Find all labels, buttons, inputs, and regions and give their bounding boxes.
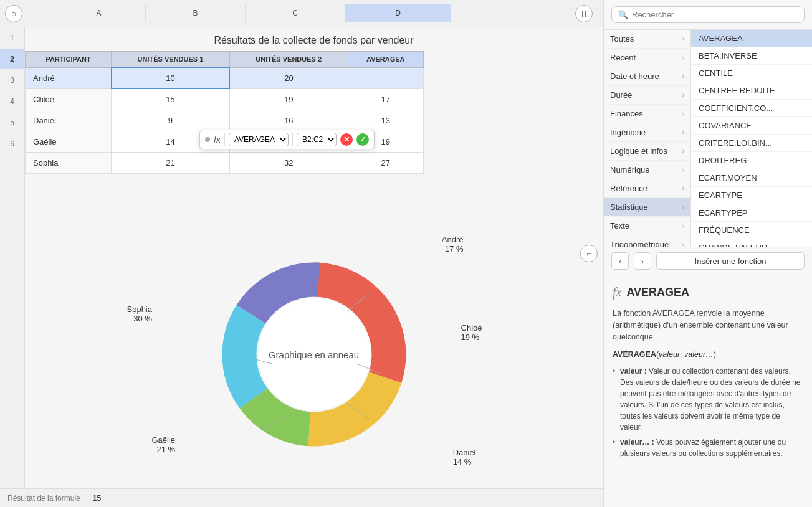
- formula-result-label: Résultat de la formule: [7, 494, 80, 503]
- fn-short-desc: La fonction AVERAGEA renvoie la moyenne …: [613, 308, 803, 343]
- category-ingenierie[interactable]: Ingénierie ›: [604, 123, 690, 142]
- search-bar: 🔍: [604, 0, 812, 30]
- fn-title-row: fx AVERAGEA: [613, 283, 803, 301]
- cell-v2-4[interactable]: 16: [229, 110, 348, 131]
- table-row[interactable]: Sophia 21 32 27: [26, 152, 424, 173]
- category-arrow-numerique: ›: [682, 166, 684, 173]
- cell-name-6[interactable]: Sophia: [26, 152, 112, 173]
- donut-chart: [202, 242, 426, 467]
- function-ecart-moyen[interactable]: ECART.MOYEN: [691, 169, 812, 187]
- function-droitereg[interactable]: DROITEREG: [691, 152, 812, 169]
- row-numbers: 1 2 3 4 5 6: [0, 27, 25, 507]
- function-grande-valeur[interactable]: GRANDE.VALEUR: [691, 239, 812, 247]
- cell-v2-3[interactable]: 19: [229, 88, 348, 110]
- formula-fx-icon: fx: [214, 135, 221, 145]
- category-statistique[interactable]: Statistique ›: [604, 198, 690, 217]
- category-arrow-date: ›: [682, 73, 684, 80]
- col-header-unites2: UNITÉS VENDUES 2: [229, 52, 348, 68]
- cell-name-2[interactable]: André: [26, 67, 112, 88]
- donut-hole: [258, 298, 370, 410]
- category-arrow-ingenierie: ›: [682, 129, 684, 136]
- formula-divider: [224, 133, 225, 146]
- function-critere-loi[interactable]: CRITERE.LOI.BIN...: [691, 135, 812, 152]
- function-centile[interactable]: CENTILE: [691, 65, 812, 82]
- row-num-3: 3: [0, 70, 24, 91]
- function-ecartypep[interactable]: ECARTYPEP: [691, 204, 812, 222]
- category-finances[interactable]: Finances ›: [604, 105, 690, 123]
- search-input[interactable]: [632, 10, 798, 19]
- cell-v1-6[interactable]: 21: [112, 152, 230, 173]
- row-num-2: 2: [0, 49, 24, 70]
- category-logique[interactable]: Logique et infos ›: [604, 142, 690, 161]
- formula-cancel-button[interactable]: ✕: [340, 133, 353, 146]
- category-arrow-statistique: ›: [682, 204, 684, 211]
- row-num-4: 4: [0, 91, 24, 112]
- table-row[interactable]: Daniel 9 16 13: [26, 110, 424, 131]
- category-texte[interactable]: Texte ›: [604, 217, 690, 235]
- category-numerique[interactable]: Numérique ›: [604, 161, 690, 179]
- status-bar: Résultat de la formule 15: [0, 488, 603, 507]
- side-btn-resize[interactable]: ⌐: [580, 245, 598, 262]
- col-header-unites1: UNITÉS VENDUES 1: [112, 52, 230, 68]
- search-input-wrapper: 🔍: [611, 6, 805, 23]
- cell-v1-3[interactable]: 15: [112, 88, 230, 110]
- table-row[interactable]: André 10 20: [26, 67, 424, 88]
- chart-label-gaelle: Gaëlle 21 %: [152, 435, 176, 454]
- cell-name-5[interactable]: Gaëlle: [26, 131, 112, 152]
- cell-avg-2[interactable]: [348, 67, 423, 88]
- data-table: PARTICIPANT UNITÉS VENDUES 1 UNITÉS VEND…: [25, 51, 424, 174]
- row-num-1: 1: [0, 27, 24, 49]
- cell-name-3[interactable]: Chloé: [26, 88, 112, 110]
- function-beta-inverse[interactable]: BETA.INVERSE: [691, 47, 812, 65]
- category-duree[interactable]: Durée ›: [604, 86, 690, 105]
- function-averagea[interactable]: AVERAGEA: [691, 30, 812, 47]
- sheet-title: Résultats de la collecte de fonds par ve…: [25, 27, 603, 51]
- toolbar-circle-icon[interactable]: ○: [5, 5, 22, 22]
- category-toutes[interactable]: Toutes ›: [604, 30, 690, 49]
- cell-avg-6[interactable]: 27: [348, 152, 423, 173]
- sheet-toolbar: ○ A B C D ⏸: [0, 0, 603, 27]
- chart-area: Graphique en anneau André 17 % Chloé 19 …: [25, 220, 603, 488]
- category-recent[interactable]: Récent ›: [604, 49, 690, 67]
- side-controls: ⌐: [580, 245, 598, 262]
- table-row[interactable]: Chloé 15 19 17: [26, 88, 424, 110]
- search-icon: 🔍: [618, 10, 628, 19]
- formula-range-select[interactable]: B2:C2: [297, 133, 337, 146]
- cell-avg-3[interactable]: 17: [348, 88, 423, 110]
- formula-confirm-button[interactable]: ✓: [356, 133, 369, 146]
- insert-function-button[interactable]: Insérer une fonction: [656, 252, 805, 270]
- functions-list: AVERAGEA BETA.INVERSE CENTILE CENTREE.RE…: [691, 30, 812, 247]
- row-num-6: 6: [0, 133, 24, 154]
- function-covariance[interactable]: COVARIANCE: [691, 117, 812, 135]
- cell-v1-4[interactable]: 9: [112, 110, 230, 131]
- formula-function-select[interactable]: AVERAGEA: [229, 133, 289, 146]
- col-header-a[interactable]: A: [52, 4, 146, 22]
- category-reference[interactable]: Référence ›: [604, 179, 690, 198]
- fn-params: valeur : Valeur ou collection contenant …: [613, 366, 803, 459]
- col-header-b[interactable]: B: [146, 4, 246, 22]
- function-ecartype[interactable]: ECARTYPE: [691, 187, 812, 204]
- toolbar-pause-icon[interactable]: ⏸: [575, 5, 593, 22]
- col-header-d[interactable]: D: [345, 4, 451, 22]
- spreadsheet-area: ○ A B C D ⏸ 1 2 3 4 5 6 Résultats de la …: [0, 0, 603, 507]
- nav-prev-button[interactable]: ‹: [611, 252, 629, 270]
- cell-name-4[interactable]: Daniel: [26, 110, 112, 131]
- category-date-heure[interactable]: Date et heure ›: [604, 67, 690, 86]
- function-frequence[interactable]: FRÉQUENCE: [691, 222, 812, 239]
- nav-next-button[interactable]: ›: [634, 252, 651, 270]
- formula-divider2: [292, 133, 293, 146]
- fn-param-2: valeur… : Vous pouvez également ajouter …: [613, 437, 803, 459]
- function-centree-reduite[interactable]: CENTREE.REDUITE: [691, 82, 812, 100]
- category-arrow-texte: ›: [682, 222, 684, 229]
- sheet-content: 1 2 3 4 5 6 Résultats de la collecte de …: [0, 27, 603, 507]
- cell-avg-4[interactable]: 13: [348, 110, 423, 131]
- function-coefficient[interactable]: COEFFICIENT.CO...: [691, 100, 812, 117]
- col-header-c[interactable]: C: [246, 4, 345, 22]
- category-trigonometrique[interactable]: Trigonométrique ›: [604, 235, 690, 247]
- cell-v2-6[interactable]: 32: [229, 152, 348, 173]
- cell-v1-2[interactable]: 10: [112, 67, 230, 88]
- cell-v2-2[interactable]: 20: [229, 67, 348, 88]
- formula-dot-icon: [205, 137, 210, 142]
- category-arrow-toutes: ›: [682, 36, 684, 42]
- formula-bar: fx AVERAGEA B2:C2 ✕ ✓: [199, 130, 375, 149]
